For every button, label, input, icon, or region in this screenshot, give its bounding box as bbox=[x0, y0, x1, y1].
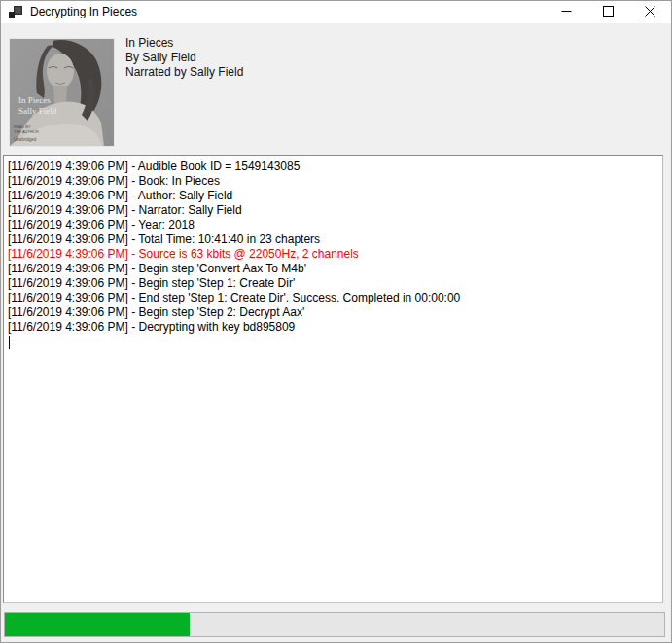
close-button[interactable] bbox=[629, 1, 671, 22]
book-info: In Pieces By Sally Field Narrated by Sal… bbox=[125, 36, 243, 80]
book-cover-image: In Pieces Sally Field READ BY THE AUTHOR… bbox=[9, 38, 115, 147]
book-author: By Sally Field bbox=[125, 51, 243, 65]
log-line: [11/6/2019 4:39:06 PM] - Begin step 'Ste… bbox=[8, 276, 660, 291]
log-line: [11/6/2019 4:39:06 PM] - Begin step 'Ste… bbox=[8, 305, 660, 320]
cover-title: In Pieces bbox=[18, 95, 51, 105]
window-title: Decrypting In Pieces bbox=[30, 1, 137, 23]
progress-fill bbox=[5, 613, 190, 636]
app-icon[interactable] bbox=[9, 6, 22, 19]
minimize-icon bbox=[561, 3, 572, 20]
maximize-icon bbox=[603, 3, 614, 20]
log-line: [11/6/2019 4:39:06 PM] - Author: Sally F… bbox=[8, 189, 660, 203]
log-line: [11/6/2019 4:39:06 PM] - Book: In Pieces bbox=[8, 174, 660, 189]
text-caret bbox=[8, 335, 660, 349]
log-line: [11/6/2019 4:39:06 PM] - Audible Book ID… bbox=[8, 160, 660, 174]
log-line: [11/6/2019 4:39:06 PM] - Decrypting with… bbox=[8, 320, 660, 335]
log-line: [11/6/2019 4:39:06 PM] - Source is 63 kb… bbox=[8, 247, 660, 262]
log-line: [11/6/2019 4:39:06 PM] - Year: 2018 bbox=[8, 218, 660, 232]
log-line: [11/6/2019 4:39:06 PM] - Narrator: Sally… bbox=[8, 203, 660, 218]
cover-author: Sally Field bbox=[18, 106, 57, 116]
cover-read-by-line2: THE AUTHOR bbox=[14, 129, 39, 134]
minimize-button[interactable] bbox=[546, 1, 587, 22]
log-line: [11/6/2019 4:39:06 PM] - Total Time: 10:… bbox=[8, 232, 660, 247]
log-line: [11/6/2019 4:39:06 PM] - Begin step 'Con… bbox=[8, 262, 660, 276]
book-narrator: Narrated by Sally Field bbox=[125, 65, 243, 80]
close-icon bbox=[645, 3, 655, 20]
log-line: [11/6/2019 4:39:06 PM] - End step 'Step … bbox=[8, 291, 660, 305]
progress-bar bbox=[4, 612, 665, 637]
app-window: Decrypting In Pieces bbox=[0, 0, 672, 643]
book-title: In Pieces bbox=[125, 36, 243, 51]
cover-edition: Unabridged bbox=[14, 137, 37, 142]
title-bar: Decrypting In Pieces bbox=[1, 1, 671, 23]
log-textbox[interactable]: [11/6/2019 4:39:06 PM] - Audible Book ID… bbox=[3, 155, 663, 603]
maximize-button[interactable] bbox=[587, 1, 629, 22]
